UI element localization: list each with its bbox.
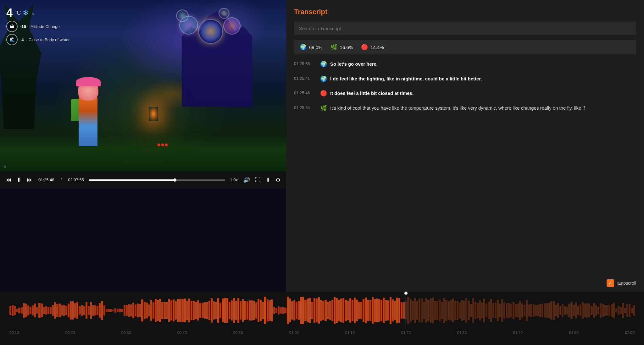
transcript-panel: Transcript 🌍 69.0% 🌿 16.6% 🔴 14.4% 01:25… — [286, 0, 644, 292]
entry-text: It's kind of cool that you have like the… — [330, 105, 585, 112]
ground — [0, 134, 286, 171]
altitude-label: · Altitude Change — [29, 24, 60, 29]
stat-value-1: 69.0% — [309, 45, 323, 50]
timeline-label: 01:00 — [289, 331, 299, 335]
timeline-label: 01:10 — [345, 331, 355, 335]
timeline-label: 01:20 — [401, 331, 411, 335]
hud-altitude: 🏔 -16 · Altitude Change — [6, 21, 70, 32]
altitude-icon: 🏔 — [6, 21, 18, 32]
entry-content: 🌍 I do feel like the lighting, like in n… — [320, 75, 636, 83]
fullscreen-button[interactable]: ⛶ — [254, 176, 262, 184]
transcript-entry[interactable]: 01:25:46 🔴 It does feel a little bit clo… — [294, 90, 636, 97]
entry-time: 01:25:54 — [294, 105, 314, 110]
entry-speaker-icon: 🔴 — [320, 90, 327, 97]
transcript-entry[interactable]: 01:25:54 🌿 It's kind of cool that you ha… — [294, 105, 636, 112]
timeline-label: 00:40 — [177, 331, 187, 335]
character — [69, 68, 107, 146]
entry-speaker-icon: 🌍 — [320, 61, 327, 68]
timeline-label: 00:10 — [9, 331, 19, 335]
water-label: · Close to Body of water — [26, 37, 70, 42]
entry-time: 01:25:46 — [294, 90, 314, 95]
entry-text: So let's go over here. — [330, 61, 378, 68]
entry-speaker-icon: 🌿 — [320, 105, 327, 112]
rewind-button[interactable]: ⏮ — [5, 176, 12, 184]
transcript-search-input[interactable] — [294, 22, 636, 35]
stat-item-1: 🌍 69.0% — [300, 44, 323, 51]
water-value: -4 — [20, 37, 24, 42]
entry-text: It does feel a little bit closed at time… — [330, 90, 414, 97]
waveform-section[interactable]: 00:10 00:20 00:30 00:40 00:50 01:00 01:1… — [0, 292, 644, 345]
transcript-stats-bar: 🌍 69.0% 🌿 16.6% 🔴 14.4% — [294, 40, 636, 54]
video-frame: 4 °C ❄ ⌄ 🏔 -16 · Altitude Change 🌊 -4 · … — [0, 0, 286, 171]
stained-glass-window-1 — [198, 19, 223, 44]
transcript-entries: 01:25:35 🌍 So let's go over here. 01:25:… — [294, 61, 636, 276]
transcript-entry[interactable]: 01:25:35 🌍 So let's go over here. — [294, 61, 636, 68]
fast-forward-button[interactable]: ⏭ — [26, 176, 34, 184]
entry-speaker-icon: 🌍 — [320, 75, 327, 82]
waveform-canvas[interactable] — [0, 292, 644, 329]
timeline-label: 01:30 — [457, 331, 467, 335]
altitude-value: -16 — [20, 24, 26, 29]
stained-glass-window-4 — [176, 9, 189, 22]
autoscroll-container: ✓ autoscroll — [294, 276, 636, 287]
entry-time: 01:25:35 — [294, 61, 314, 66]
player-label: S — [4, 165, 6, 169]
download-button[interactable]: ⬇ — [265, 176, 271, 184]
temperature-unit: °C — [14, 10, 21, 16]
timeline-labels: 00:10 00:20 00:30 00:40 00:50 01:00 01:1… — [0, 329, 644, 335]
snowflake-icon: ❄ — [23, 8, 29, 17]
stat-value-3: 14.4% — [370, 45, 384, 50]
autoscroll-checkbox[interactable]: ✓ — [607, 279, 614, 287]
chevron-down-icon: ⌄ — [31, 9, 36, 16]
pause-button[interactable]: ⏸ — [15, 176, 23, 184]
hud-water: 🌊 -4 · Close to Body of water — [6, 34, 70, 45]
total-time: 02:07:55 — [68, 178, 84, 182]
lantern — [149, 107, 158, 121]
stat-emoji-1: 🌍 — [300, 44, 307, 51]
entry-content: 🌿 It's kind of cool that you have like t… — [320, 105, 636, 112]
temperature-value: 4 — [6, 6, 13, 19]
stat-emoji-3: 🔴 — [361, 44, 368, 51]
playhead — [406, 292, 406, 329]
transcript-title: Transcript — [294, 8, 636, 16]
progress-fill — [89, 179, 175, 181]
stat-item-2: 🌿 16.6% — [330, 44, 353, 51]
time-separator: / — [61, 178, 62, 182]
stat-item-3: 🔴 14.4% — [361, 44, 384, 51]
timeline-label: 00:20 — [65, 331, 75, 335]
stat-emoji-2: 🌿 — [330, 44, 337, 51]
entry-content: 🔴 It does feel a little bit closed at ti… — [320, 90, 636, 97]
character-body — [79, 96, 97, 146]
timeline-label: 01:50 — [569, 331, 579, 335]
entry-time: 01:25:41 — [294, 75, 314, 81]
entry-text: I do feel like the lighting, like in nig… — [330, 75, 482, 83]
hud-overlay: 4 °C ❄ ⌄ 🏔 -16 · Altitude Change 🌊 -4 · … — [6, 6, 70, 47]
volume-button[interactable]: 🔊 — [242, 176, 251, 184]
current-time: 01:25:48 — [38, 178, 54, 182]
temperature-display: 4 °C ❄ ⌄ — [6, 6, 70, 19]
timeline-label: 00:50 — [233, 331, 243, 335]
stat-value-2: 16.6% — [340, 45, 353, 50]
transcript-entry[interactable]: 01:25:41 🌍 I do feel like the lighting, … — [294, 75, 636, 83]
video-player: 4 °C ❄ ⌄ 🏔 -16 · Altitude Change 🌊 -4 · … — [0, 0, 286, 292]
stained-glass-window-5 — [219, 8, 230, 19]
video-controls: ⏮ ⏸ ⏭ 01:25:48 / 02:07:55 1.0x 🔊 ⛶ ⬇ ⚙ — [0, 171, 286, 189]
character-hair — [76, 77, 101, 86]
progress-bar[interactable] — [89, 179, 226, 181]
autoscroll-label: autoscroll — [617, 281, 636, 286]
speed-label[interactable]: 1.0x — [230, 178, 238, 182]
waveform-bars — [0, 292, 644, 329]
flowers — [158, 144, 168, 146]
settings-button[interactable]: ⚙ — [275, 176, 281, 184]
water-icon: 🌊 — [6, 34, 18, 45]
stained-glass-window-3 — [223, 17, 241, 35]
timeline-label: 00:30 — [121, 331, 131, 335]
timeline-label: 01:40 — [513, 331, 523, 335]
timeline-label: 02:00 — [625, 331, 635, 335]
progress-dot — [173, 178, 176, 182]
entry-content: 🌍 So let's go over here. — [320, 61, 636, 68]
